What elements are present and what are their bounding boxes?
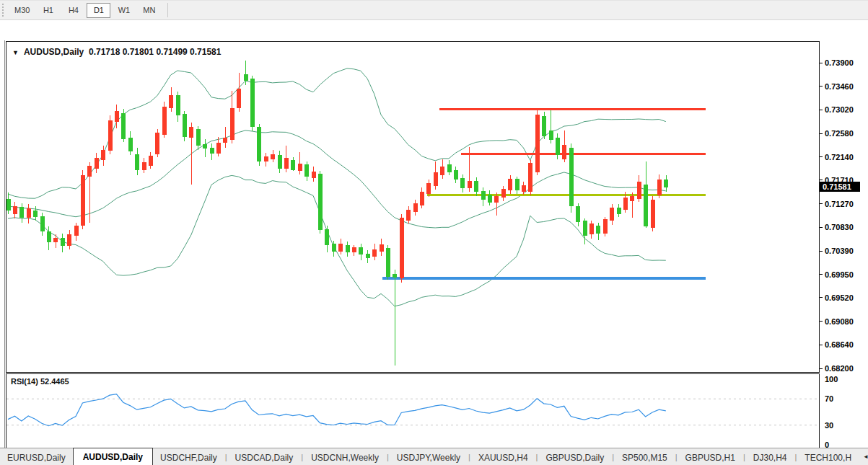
chart-tab-bar: EURUSD,DailyAUDUSD,DailyUSDCHF,Daily|USD… [0, 448, 868, 465]
window-left-edge [4, 40, 5, 465]
chart-tab-sp500[interactable]: SP500,M15 [615, 450, 675, 465]
chart-tab-gbpusd[interactable]: GBPUSD,H1 [678, 450, 742, 465]
timeframe-button-mn[interactable]: MN [137, 3, 161, 18]
rsi-indicator-panel[interactable]: RSI(14) 52.4465 [6, 373, 820, 451]
chart-tab-tech100[interactable]: TECH100,H [797, 450, 859, 465]
chart-workspace: ▼AUDUSD,Daily 0.71718 0.71801 0.71499 0.… [0, 20, 868, 447]
price-axis-tick [820, 86, 823, 87]
chart-tab-usdcnh[interactable]: USDCNH,Weekly [304, 450, 386, 465]
price-axis-label: 0.73900 [825, 58, 854, 67]
price-axis-label: 0.72140 [825, 153, 854, 161]
price-axis-label: 0.72580 [825, 129, 854, 138]
timeframe-button-h1[interactable]: H1 [36, 3, 60, 18]
price-axis-label: 0.73460 [825, 82, 854, 91]
price-axis-label: 0.68200 [825, 364, 854, 373]
price-axis[interactable]: 0.739000.734600.730200.725800.721400.717… [820, 41, 868, 451]
current-price-tag: 0.71581 [820, 182, 860, 192]
rsi-chart-canvas[interactable] [6, 374, 819, 451]
rsi-axis-label: 100 [825, 375, 838, 384]
chart-tab-usdjpy[interactable]: USDJPY,Weekly [390, 450, 468, 465]
bollinger-upper-band [8, 68, 666, 198]
price-axis-tick [820, 133, 823, 134]
price-axis-tick [820, 251, 823, 252]
main-chart-panel[interactable]: ▼AUDUSD,Daily 0.71718 0.71801 0.71499 0.… [6, 41, 820, 373]
price-axis-label: 0.69950 [825, 270, 854, 279]
chart-tab-xauusd[interactable]: XAUUSD,H4 [471, 450, 535, 465]
price-axis-label: 0.70390 [825, 247, 854, 255]
timeframe-button-w1[interactable]: W1 [112, 3, 136, 18]
price-axis-tick [820, 180, 823, 180]
chart-tab-eurusd[interactable]: EURUSD,Daily [0, 450, 73, 465]
timeframe-button-m30[interactable]: M30 [9, 3, 35, 18]
chart-tab-audusd[interactable]: AUDUSD,Daily [73, 448, 153, 465]
price-axis-label: 0.69080 [825, 317, 854, 326]
price-axis-label: 0.73020 [825, 105, 854, 114]
chart-title: ▼AUDUSD,Daily 0.71718 0.71801 0.71499 0.… [12, 47, 221, 57]
chart-tab-dj30[interactable]: DJ30,H4 [746, 450, 794, 465]
rsi-axis-label: 30 [825, 421, 833, 430]
chart-tab-gbpusd[interactable]: GBPUSD,Daily [538, 450, 611, 465]
chart-ohlc-values: 0.71718 0.71801 0.71499 0.71581 [89, 47, 222, 57]
price-axis-label: 0.70830 [825, 223, 854, 231]
toolbar-separator [167, 3, 168, 17]
price-axis-tick [820, 368, 823, 369]
price-axis-tick [820, 297, 823, 298]
price-axis-tick [820, 203, 823, 204]
chart-tab-usdchf[interactable]: USDCHF,Daily [153, 450, 224, 465]
price-axis-tick [820, 345, 823, 345]
timeframe-buttons: M30H1H4D1W1MN [9, 3, 162, 18]
chart-tab-usdcad[interactable]: USDCAD,Daily [228, 450, 301, 465]
rsi-label: RSI(14) 52.4465 [11, 377, 69, 386]
price-axis-label: 0.69520 [825, 293, 854, 302]
price-axis-label: 0.71270 [825, 200, 854, 208]
price-axis-label: 0.68640 [825, 340, 854, 349]
chart-symbol-label: AUDUSD,Daily [24, 47, 84, 57]
toolbar-grip-handle[interactable] [2, 4, 4, 17]
price-axis-tick [820, 110, 823, 110]
price-chart-canvas[interactable] [6, 42, 819, 372]
tab-scroll-left-icon[interactable]: ◄ [859, 453, 868, 460]
price-axis-tick [820, 274, 823, 275]
timeframe-toolbar: M30H1H4D1W1MN [0, 0, 868, 20]
rsi-axis-label: 70 [825, 394, 833, 403]
price-axis-tick [820, 227, 823, 228]
timeframe-button-h4[interactable]: H4 [61, 3, 85, 18]
timeframe-button-d1[interactable]: D1 [87, 3, 110, 18]
candles-group [6, 61, 668, 366]
price-axis-tick [820, 63, 823, 63]
price-axis-tick [820, 321, 823, 322]
chart-dropdown-icon[interactable]: ▼ [12, 49, 19, 56]
price-axis-tick [820, 156, 823, 157]
